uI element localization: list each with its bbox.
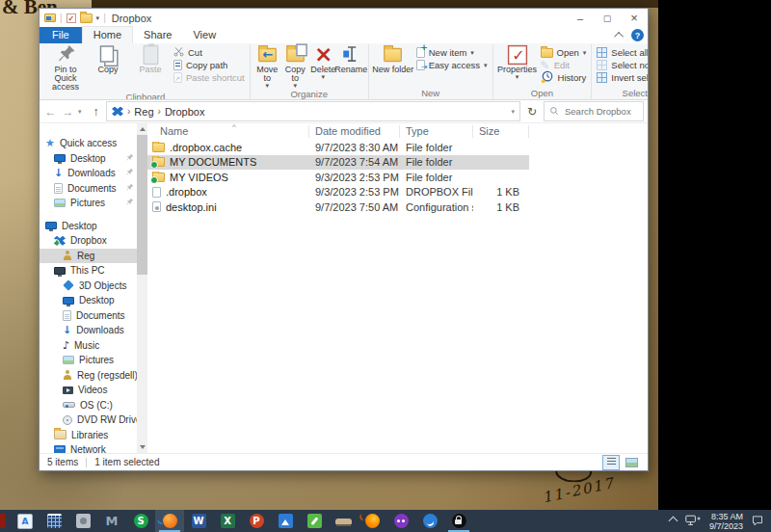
sidebar-item-libraries[interactable]: Libraries: [40, 428, 137, 443]
invert-selection-button[interactable]: Invert selection: [595, 71, 648, 84]
taskbar-tools-app-icon[interactable]: [300, 510, 329, 532]
minimize-button[interactable]: [567, 9, 594, 27]
forward-button[interactable]: [61, 105, 75, 119]
taskbar-m-app-icon[interactable]: M: [97, 510, 126, 532]
move-to-button[interactable]: Move to▾: [253, 44, 281, 89]
taskbar-powerpoint-app-icon[interactable]: P: [242, 510, 271, 532]
recent-locations-caret[interactable]: [78, 108, 86, 116]
new-item-button[interactable]: New item▾: [414, 46, 490, 59]
cut-button[interactable]: Cut: [172, 46, 247, 59]
paste-button[interactable]: Paste: [129, 44, 172, 74]
taskbar-active-app-icon[interactable]: [155, 510, 184, 532]
file-row-dropbox[interactable]: .dropbox9/3/2023 2:53 PMDROPBOX File1 KB: [147, 185, 529, 200]
close-button[interactable]: [621, 9, 648, 27]
collapse-ribbon-icon[interactable]: [614, 32, 624, 41]
sidebar-item-desktop[interactable]: Desktop: [40, 293, 137, 308]
sidebar-item-3d-objects[interactable]: 3D Objects: [40, 279, 137, 294]
open-button[interactable]: Open▾: [539, 46, 589, 59]
taskbar-partial-red-app-icon[interactable]: [0, 510, 11, 532]
tab-file[interactable]: File: [40, 27, 82, 43]
scrollbar-thumb[interactable]: [137, 135, 147, 275]
sidebar-item-quick-access[interactable]: Quick access: [40, 136, 137, 151]
search-input[interactable]: [563, 105, 634, 118]
column-header-type[interactable]: Type: [400, 125, 473, 138]
breadcrumb-segment-reg[interactable]: Reg: [134, 106, 153, 118]
file-row-my-documents[interactable]: MY DOCUMENTS9/7/2023 7:54 AMFile folder: [147, 155, 529, 171]
sidebar-item-reg-regsdell[interactable]: Reg (regsdell): [40, 368, 137, 384]
pin-to-quick-access-button[interactable]: Pin to Quick access: [44, 44, 87, 92]
scroll-up-arrow-icon[interactable]: [140, 127, 146, 131]
scroll-down-arrow-icon[interactable]: [140, 445, 146, 449]
sidebar-item-desktop[interactable]: Desktop: [40, 219, 137, 234]
file-row-dropbox-cache[interactable]: .dropbox.cache9/7/2023 8:30 AMFile folde…: [147, 140, 529, 155]
select-all-button[interactable]: Select all: [595, 46, 648, 59]
rename-button[interactable]: Rename: [337, 44, 365, 74]
tab-share[interactable]: Share: [133, 27, 182, 43]
taskbar-spotify-app-icon[interactable]: S: [126, 510, 155, 532]
sidebar-item-os-c[interactable]: OS (C:): [40, 398, 137, 413]
column-header-name[interactable]: Name: [147, 125, 309, 138]
search-box[interactable]: [544, 101, 644, 121]
taskbar-document-a-app-icon[interactable]: A: [11, 510, 40, 532]
file-row-desktop-ini[interactable]: desktop.ini9/7/2023 7:50 AMConfiguration…: [147, 200, 529, 215]
sidebar-item-documents[interactable]: Documents: [40, 308, 137, 324]
network-tray-icon[interactable]: [685, 513, 701, 530]
taskbar-clock[interactable]: 8:35 AM 9/7/2023: [709, 512, 743, 531]
sidebar-item-music[interactable]: Music: [40, 338, 137, 354]
tab-view[interactable]: View: [182, 27, 226, 43]
properties-button[interactable]: Properties▾: [496, 44, 539, 80]
file-row-my-videos[interactable]: MY VIDEOS9/3/2023 2:53 PMFile folder: [147, 170, 529, 185]
copy-button[interactable]: Copy: [87, 44, 129, 74]
taskbar-camera-app-icon[interactable]: [68, 510, 97, 532]
breadcrumb-dropdown-caret[interactable]: [511, 108, 515, 116]
taskbar-firefox-app-icon[interactable]: [358, 510, 386, 532]
paste-shortcut-button[interactable]: Paste shortcut: [172, 71, 247, 84]
refresh-icon[interactable]: [523, 105, 541, 119]
back-button[interactable]: [43, 105, 58, 119]
breadcrumb[interactable]: RegDropbox: [106, 101, 520, 121]
copy-path-button[interactable]: Copy path: [172, 59, 247, 71]
sidebar-item-documents[interactable]: Documents: [40, 181, 137, 197]
taskbar-photos-app-icon[interactable]: [271, 510, 300, 532]
sidebar-item-reg[interactable]: Reg: [40, 249, 137, 264]
sidebar-item-this-pc[interactable]: This PC: [40, 263, 137, 279]
column-header-date-modified[interactable]: Date modified: [309, 125, 400, 138]
sidebar-item-network[interactable]: Network: [40, 442, 137, 453]
history-button[interactable]: History: [539, 71, 589, 84]
new-folder-button[interactable]: New folder: [372, 44, 414, 74]
delete-button[interactable]: Delete▾: [309, 44, 337, 80]
breadcrumb-segment-dropbox[interactable]: Dropbox: [165, 106, 205, 118]
easy-access-button[interactable]: Easy access▾: [414, 59, 490, 71]
sidebar-item-pictures[interactable]: Pictures: [40, 353, 137, 368]
show-hidden-icons-chevron[interactable]: [669, 517, 678, 526]
copy-to-button[interactable]: Copy to▾: [281, 44, 309, 89]
taskbar-stapler-app-icon[interactable]: [329, 510, 358, 532]
sidebar-item-desktop[interactable]: Desktop: [40, 151, 137, 167]
up-button[interactable]: [89, 105, 103, 119]
sidebar-item-dvd-rw-drive-d[interactable]: DVD RW Drive (D:): [40, 412, 137, 428]
column-header-size[interactable]: Size: [473, 125, 529, 138]
sidebar-item-downloads[interactable]: Downloads: [40, 166, 137, 181]
taskbar-password-lock-app-icon[interactable]: [444, 510, 473, 532]
taskbar-mail-app-icon[interactable]: [415, 510, 444, 532]
help-icon[interactable]: [631, 29, 644, 41]
sidebar-scrollbar[interactable]: [137, 123, 147, 453]
sidebar-item-downloads[interactable]: Downloads: [40, 323, 137, 338]
taskbar-calculator-app-icon[interactable]: [40, 510, 68, 532]
taskbar-word-app-icon[interactable]: W: [184, 510, 213, 532]
sidebar-item-pictures[interactable]: Pictures: [40, 196, 137, 211]
action-center-icon[interactable]: [752, 513, 763, 530]
select-none-button[interactable]: Select none: [595, 59, 648, 71]
taskbar-purple-goggles-app-icon[interactable]: [386, 510, 415, 532]
sidebar-item-videos[interactable]: Videos: [40, 383, 137, 398]
tab-home[interactable]: Home: [82, 26, 133, 43]
taskbar-excel-app-icon[interactable]: X: [213, 510, 242, 532]
folder-qat-icon[interactable]: [80, 13, 93, 23]
details-view-button[interactable]: [602, 455, 620, 470]
qat-customize-caret[interactable]: ▾: [96, 15, 100, 21]
maximize-button[interactable]: [594, 9, 621, 27]
thumbnail-view-button[interactable]: [623, 455, 640, 470]
properties-qat-icon[interactable]: [66, 13, 76, 23]
sidebar-item-dropbox[interactable]: Dropbox: [40, 233, 137, 249]
title-bar[interactable]: | ▾ | Dropbox: [40, 9, 648, 27]
